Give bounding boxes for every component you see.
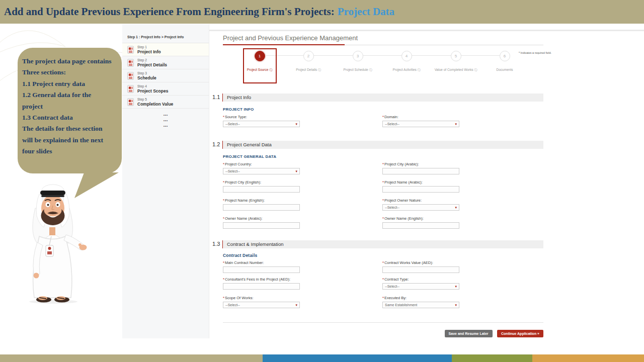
step-name: Project Info — [137, 49, 161, 54]
required-marker: * — [382, 162, 384, 166]
info-icon: ⓘ — [269, 68, 272, 71]
panel-top-divider — [209, 30, 644, 31]
footer-bar-blue — [263, 354, 452, 362]
field-project-city-english: *Project City (English): — [223, 180, 300, 193]
breadcrumb: Step 1 : Project Info > Project Info — [122, 24, 209, 43]
required-marker: * — [223, 296, 224, 300]
step-number: Step 5 — [137, 98, 173, 101]
source-type-select[interactable]: --Select-- ▾ — [223, 121, 300, 127]
subsection-title: PROJECT GENERAL DATA — [223, 154, 276, 159]
step-number: Step 3 — [137, 71, 156, 75]
field-owner-name-arabic: *Owner Name (Arabic): — [223, 216, 300, 229]
step-name: Schedule — [137, 75, 156, 80]
owner-name-arabic-input[interactable] — [223, 222, 300, 229]
field-consultant-fees: *Consultant's Fees in the Project (AED): — [223, 277, 300, 290]
info-icon: ⓘ — [369, 68, 372, 71]
footer-bar-tan — [0, 354, 263, 362]
stepper-step-project-activities[interactable]: 4 Project Activities ⓘ — [380, 50, 433, 72]
title-bar: Add and Update Previous Experience From … — [0, 0, 644, 24]
executed-by-select[interactable]: Same Establishment ▾ — [382, 302, 459, 308]
step-number: Step 2 — [137, 58, 167, 62]
document-icon — [127, 46, 134, 54]
consultant-fees-input[interactable] — [223, 283, 300, 290]
field-source-type: *Source Type: --Select-- ▾ — [223, 115, 300, 127]
sidebar-item-project-scopes[interactable]: Step 4 Project Scopes — [122, 82, 209, 96]
stepper-step-project-schedule[interactable]: 3 Project Schedule ⓘ — [331, 50, 384, 72]
dropdown-caret-icon: ▾ — [295, 122, 297, 126]
field-project-city-arabic: *Project City (Arabic): — [382, 162, 459, 174]
step-circle: 4 — [401, 51, 412, 61]
field-project-name-english: *Project Name (English): — [223, 198, 300, 211]
field-domain: *Domain: --Select-- ▾ — [382, 115, 459, 127]
stepper-step-project-details[interactable]: 2 Project Details ⓘ — [282, 50, 335, 72]
dropdown-caret-icon: ▾ — [455, 285, 457, 288]
sidebar-item-schedule[interactable]: Step 3 Schedule — [122, 69, 209, 82]
step-name: Project Details — [137, 62, 167, 67]
footer-bar-orange — [532, 354, 644, 362]
main-panel: Project and Previous Experience Manageme… — [209, 24, 644, 338]
section-number: 1.2 — [212, 141, 220, 147]
dropdown-caret-icon: ▾ — [455, 206, 457, 209]
stepper-step-documents[interactable]: 6 Documents — [478, 50, 531, 71]
required-marker: * — [223, 180, 224, 185]
scope-of-works-select[interactable]: --Select-- ▾ — [223, 302, 300, 308]
document-icon — [127, 85, 134, 93]
required-marker: * — [382, 198, 384, 203]
section-header: Project Info — [222, 94, 543, 102]
steps-sidebar: Step 1 : Project Info > Project Info Ste… — [122, 24, 209, 338]
heading-accent — [223, 44, 345, 45]
project-country-select[interactable]: --Select-- ▾ — [223, 168, 300, 174]
contract-type-select[interactable]: --Select-- ▾ — [382, 283, 459, 290]
stepper-step-value-of-completed-works[interactable]: 5 Value of Completed Works ⓘ — [429, 50, 482, 72]
step-circle: 3 — [353, 51, 363, 61]
step-number: Step 1 — [137, 45, 161, 49]
required-marker: * — [382, 296, 384, 300]
required-marker: * — [382, 277, 384, 282]
owner-name-english-input[interactable] — [382, 222, 459, 229]
section-number: 1.3 — [212, 241, 220, 247]
subsection-title: PROJECT INFO — [223, 107, 254, 112]
sidebar-item-project-info[interactable]: Step 1 Project Info — [122, 43, 209, 56]
action-buttons-row: Save and Resume Later Continue Applicati… — [223, 328, 543, 337]
required-marker: * — [382, 180, 384, 185]
sidebar-item-project-details[interactable]: Step 2 Project Details — [122, 56, 209, 69]
subsection-title: Contract Details — [223, 253, 257, 258]
domain-select[interactable]: --Select-- ▾ — [382, 121, 459, 127]
slide-title: Add and Update Previous Experience From … — [4, 6, 335, 18]
progress-stepper: 1 Project Source ⓘ 2 Project Details ⓘ 3… — [223, 50, 543, 86]
main-contract-number-input[interactable] — [223, 266, 300, 273]
project-owner-nature-select[interactable]: --Select-- ▾ — [382, 204, 459, 211]
field-main-contract-number: *Main Contract Number: — [223, 260, 300, 273]
slide-title-highlight: Project Data — [338, 6, 394, 18]
required-marker: * — [223, 115, 224, 119]
section-header: Project General Data — [222, 141, 543, 149]
speech-bubble: The project data page contains Three sec… — [18, 48, 122, 173]
save-and-resume-button[interactable]: Save and Resume Later — [445, 330, 493, 337]
required-marker: * — [382, 216, 384, 221]
project-city-english-input[interactable] — [223, 186, 300, 193]
project-name-arabic-input[interactable] — [382, 186, 459, 193]
step-circle: 6 — [500, 51, 510, 61]
field-project-country: *Project Country: --Select-- ▾ — [223, 162, 300, 174]
sidebar-item-completion-value[interactable]: Step 5 Completion Value — [122, 96, 209, 109]
stepper-step-project-source[interactable]: 1 Project Source ⓘ — [233, 50, 286, 72]
document-icon — [127, 59, 134, 67]
required-marker: * — [382, 115, 384, 119]
info-icon: ⓘ — [318, 68, 321, 71]
project-city-arabic-input[interactable] — [382, 168, 459, 174]
step-circle: 1 — [255, 51, 265, 61]
project-name-english-input[interactable] — [223, 204, 300, 211]
contract-works-value-input[interactable] — [382, 266, 459, 273]
presenter-character — [14, 177, 92, 304]
step-name: Project Scopes — [137, 88, 168, 94]
field-project-owner-nature: *Project Owner Nature: --Select-- ▾ — [382, 198, 459, 211]
document-icon — [127, 98, 134, 106]
field-contract-works-value: *Contract Works Value (AED): — [382, 260, 459, 273]
required-marker: * — [223, 162, 224, 166]
continue-application-button[interactable]: Continue Application » — [497, 330, 543, 337]
required-marker: * — [223, 260, 224, 265]
footer-divider — [223, 322, 543, 323]
section-number: 1.1 — [212, 94, 220, 100]
required-marker: * — [382, 260, 384, 265]
section-project-info: 1.1 Project Info PROJECT INFO *Source Ty… — [209, 94, 551, 141]
